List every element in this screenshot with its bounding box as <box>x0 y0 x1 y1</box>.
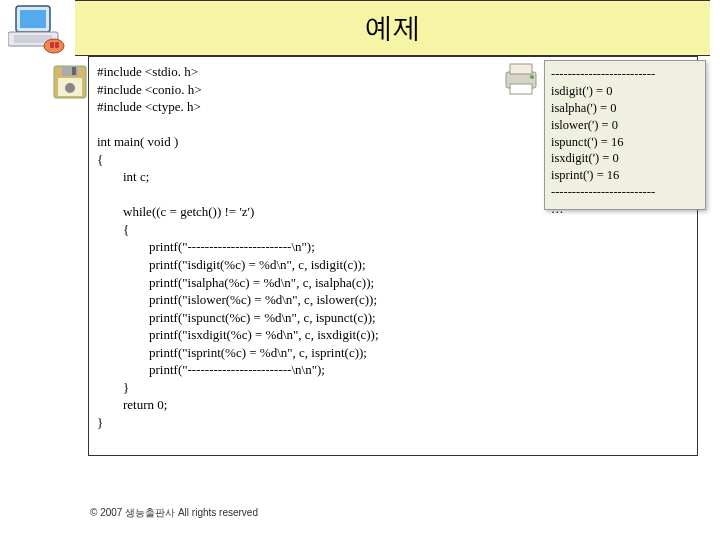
page-title: 예제 <box>365 9 421 47</box>
output-block: ------------------------- isdigit(') = 0… <box>544 60 706 210</box>
svg-rect-6 <box>55 42 59 48</box>
svg-rect-1 <box>20 10 46 28</box>
svg-rect-14 <box>510 84 532 94</box>
printer-icon <box>502 62 540 96</box>
floppy-icon <box>52 64 88 100</box>
svg-point-15 <box>530 75 534 79</box>
footer-copyright: © 2007 생능출판사 All rights reserved <box>90 506 258 520</box>
svg-point-11 <box>65 83 75 93</box>
output-text: ------------------------- isdigit(') = 0… <box>551 66 699 218</box>
svg-rect-10 <box>72 67 76 75</box>
computer-icon <box>8 2 66 54</box>
svg-rect-13 <box>510 64 532 74</box>
svg-rect-5 <box>50 42 54 48</box>
title-bar: 예제 <box>75 0 710 56</box>
